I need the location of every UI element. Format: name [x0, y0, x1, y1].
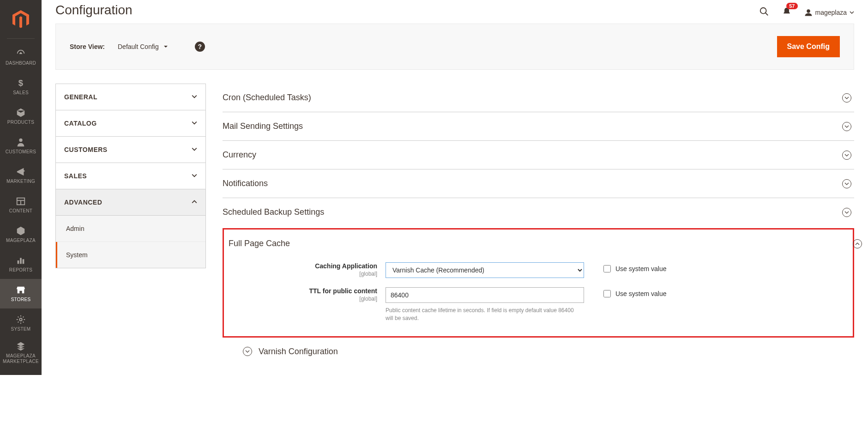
page-toolbar: Store View: Default Config ? Save Config: [55, 24, 854, 70]
tab-customers[interactable]: CUSTOMERS: [56, 137, 205, 163]
caching-application-select[interactable]: Varnish Cache (Recommended): [386, 262, 584, 278]
help-icon[interactable]: ?: [195, 42, 205, 52]
svg-rect-7: [23, 259, 24, 264]
nav-customers[interactable]: CUSTOMERS: [0, 131, 42, 161]
chevron-icon: [192, 146, 197, 153]
chevron-down-icon: [842, 208, 851, 217]
nav-sales[interactable]: $SALES: [0, 72, 42, 102]
tab-advanced[interactable]: ADVANCED: [56, 189, 205, 216]
svg-rect-6: [20, 258, 22, 264]
magento-logo-icon[interactable]: [12, 5, 29, 36]
chevron-icon: [192, 199, 197, 206]
divider: [7, 38, 35, 39]
nav-reports[interactable]: REPORTS: [0, 249, 42, 279]
highlight-box: Full Page Cache Caching Application [glo…: [223, 228, 854, 338]
store-view-switcher[interactable]: Default Config: [118, 43, 168, 50]
svg-text:$: $: [18, 78, 23, 88]
chevron-icon: [192, 172, 197, 180]
nav-stores[interactable]: STORES: [0, 279, 42, 308]
tab-child-admin[interactable]: Admin: [56, 216, 205, 242]
use-system-value-caching[interactable]: Use system value: [603, 262, 666, 272]
svg-point-8: [19, 318, 22, 321]
nav-mageplaza[interactable]: MAGEPLAZA: [0, 220, 42, 249]
svg-point-9: [760, 8, 766, 14]
tab-catalog[interactable]: CATALOG: [56, 110, 205, 137]
user-name: mageplaza: [815, 9, 847, 16]
tab-general[interactable]: GENERAL: [56, 84, 205, 110]
svg-point-1: [19, 139, 22, 142]
nav-system[interactable]: SYSTEM: [0, 308, 42, 338]
ttl-input[interactable]: [386, 287, 584, 303]
nav-dashboard[interactable]: DASHBOARD: [0, 42, 42, 72]
nav-products[interactable]: PRODUCTS: [0, 102, 42, 131]
chevron-up-icon: [853, 239, 862, 248]
store-view-label: Store View:: [70, 43, 105, 50]
svg-line-10: [765, 13, 768, 16]
chevron-down-icon: [842, 151, 851, 160]
section-full-page-cache: Full Page Cache Caching Application [glo…: [229, 230, 848, 327]
notifications-icon[interactable]: 57: [782, 6, 791, 18]
section-cron: Cron (Scheduled Tasks): [223, 84, 854, 112]
section-varnish-configuration[interactable]: Varnish Configuration: [223, 338, 854, 356]
admin-nav-rail: DASHBOARD$SALESPRODUCTSCUSTOMERSMARKETIN…: [0, 0, 42, 375]
nav-marketing[interactable]: MARKETING: [0, 161, 42, 190]
use-system-value-ttl[interactable]: Use system value: [603, 287, 666, 297]
search-icon[interactable]: [759, 6, 769, 18]
section-currency: Currency: [223, 141, 854, 169]
save-config-button[interactable]: Save Config: [777, 36, 840, 57]
field-caching-application: Caching Application [global] Varnish Cac…: [229, 258, 848, 283]
page-title: Configuration: [55, 3, 133, 18]
tab-sales[interactable]: SALES: [56, 163, 205, 189]
svg-point-11: [807, 9, 810, 13]
tab-child-system[interactable]: System: [56, 242, 205, 268]
notifications-badge: 57: [786, 3, 797, 9]
config-sections: Cron (Scheduled Tasks) Mail Sending Sett…: [223, 84, 854, 356]
config-tabs: GENERALCATALOGCUSTOMERSSALESADVANCEDAdmi…: [55, 84, 206, 268]
nav-marketplace[interactable]: MAGEPLAZA MARKETPLACE: [0, 338, 42, 368]
chevron-down-icon: [842, 93, 851, 103]
chevron-down-icon: [842, 122, 851, 131]
nav-content[interactable]: CONTENT: [0, 190, 42, 220]
field-ttl: TTL for public content [global] Public c…: [229, 283, 848, 327]
chevron-icon: [192, 120, 197, 127]
svg-rect-5: [18, 260, 19, 264]
section-notifications: Notifications: [223, 169, 854, 198]
section-mail: Mail Sending Settings: [223, 112, 854, 141]
chevron-down-icon: [243, 347, 252, 356]
user-menu[interactable]: mageplaza: [804, 8, 855, 17]
section-backup: Scheduled Backup Settings: [223, 198, 854, 226]
chevron-icon: [192, 93, 197, 101]
chevron-down-icon: [842, 179, 851, 188]
